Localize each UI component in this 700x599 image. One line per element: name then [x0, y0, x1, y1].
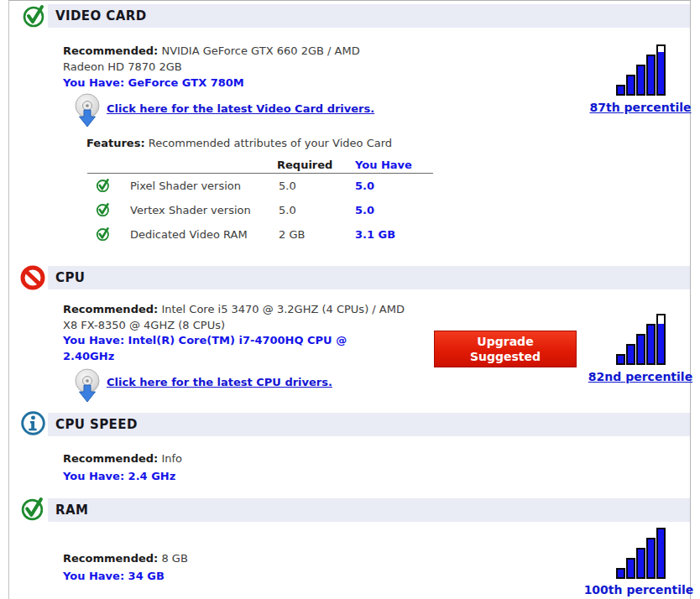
you-have-line: You Have: GeForce GTX 780M [63, 75, 424, 91]
percentile-bar [656, 314, 666, 365]
percentile-bar [646, 55, 656, 96]
upgrade-suggested-label: Upgrade Suggested [465, 334, 546, 364]
recommended-value: Info [161, 452, 182, 465]
recommended-line: Recommended: Intel Core i5 3470 @ 3.2GHZ… [63, 301, 415, 333]
feature-name: Dedicated Video RAM [130, 228, 248, 241]
pass-check-icon [22, 3, 47, 29]
video-card-driver-link[interactable]: Click here for the latest Video Card dri… [107, 101, 374, 117]
percentile-link-cpu[interactable]: 82nd percentile [579, 370, 700, 383]
upgrade-suggested-button[interactable]: Upgrade Suggested [434, 331, 577, 367]
feature-you-have: 3.1 GB [355, 228, 395, 241]
section-title: VIDEO CARD [48, 4, 690, 23]
feature-you-have: 5.0 [355, 204, 374, 216]
you-have-value: 2.4 GHz [128, 470, 176, 482]
percentile-bar-fill [658, 529, 664, 577]
percentile-bar [616, 354, 625, 365]
section-header-cpu: CPU [48, 266, 690, 289]
pass-check-icon [96, 202, 111, 217]
percentile-bar [646, 538, 656, 579]
feature-name: Pixel Shader version [130, 180, 241, 192]
feature-name: Vertex Shader version [130, 204, 251, 216]
pass-check-icon [96, 227, 111, 242]
percentile-bar [636, 548, 645, 579]
section-header-cpu-speed: CPU SPEED [48, 413, 690, 436]
left-border [8, 0, 9, 599]
features-line: Features: Recommended attributes of your… [86, 135, 456, 151]
percentile-bar-fill [658, 52, 664, 94]
you-have-value: GeForce GTX 780M [128, 76, 244, 89]
recommended-line: Recommended: Info [63, 451, 415, 466]
fail-no-icon [20, 265, 45, 290]
recommended-label: Recommended: [63, 552, 158, 565]
percentile-bar [656, 528, 666, 579]
feature-required: 2 GB [279, 228, 305, 241]
you-have-label: You Have: [63, 334, 124, 346]
recommended-line: Recommended: NVIDIA GeForce GTX 660 2GB … [63, 43, 399, 75]
percentile-bar [616, 568, 625, 579]
percentile-bar [656, 44, 666, 96]
top-border [8, 0, 691, 1]
percentile-link-video-card[interactable]: 87th percentile [579, 101, 700, 114]
you-have-value: 34 GB [128, 570, 165, 582]
system-requirements-panel: VIDEO CARD Recommended: NVIDIA GeForce G… [0, 0, 700, 599]
percentile-chart-cpu [616, 311, 666, 365]
recommended-label: Recommended: [63, 303, 158, 315]
you-have-label: You Have: [63, 570, 124, 582]
you-have-line: You Have: 2.4 GHz [63, 468, 415, 484]
percentile-bar [626, 558, 635, 579]
you-have-line: You Have: 34 GB [63, 568, 415, 584]
you-have-label: You Have: [63, 470, 124, 482]
features-description: Recommended attributes of your Video Car… [149, 137, 392, 149]
you-have-label: You Have: [63, 76, 124, 89]
section-title: CPU SPEED [48, 413, 690, 432]
percentile-chart-ram [616, 525, 666, 579]
section-header-video-card: VIDEO CARD [48, 4, 690, 28]
percentile-bar [626, 344, 635, 365]
cpu-driver-link[interactable]: Click here for the latest CPU drivers. [107, 374, 332, 390]
driver-download-icon[interactable] [71, 367, 105, 406]
column-header-required: Required [277, 159, 332, 171]
percentile-chart-video-card [616, 42, 666, 96]
feature-you-have: 5.0 [355, 180, 374, 192]
percentile-bar [646, 324, 656, 365]
table-header-rule [87, 173, 433, 174]
right-border [690, 0, 691, 599]
feature-required: 5.0 [279, 204, 296, 216]
percentile-bar [626, 75, 635, 96]
column-header-you-have: You Have [355, 159, 412, 171]
percentile-bar [636, 65, 645, 96]
pass-check-icon [96, 178, 111, 193]
section-title: RAM [48, 498, 690, 518]
recommended-label: Recommended: [63, 452, 158, 465]
percentile-bar [636, 334, 645, 365]
recommended-value: 8 GB [161, 552, 187, 565]
features-label: Features: [86, 137, 145, 149]
percentile-bar [616, 85, 625, 96]
driver-download-icon[interactable] [71, 92, 105, 131]
pass-check-icon [20, 496, 46, 522]
section-title: CPU [48, 266, 690, 285]
info-icon [20, 410, 46, 436]
section-header-ram: RAM [48, 498, 690, 522]
feature-required: 5.0 [279, 180, 296, 192]
you-have-line: You Have: Intel(R) Core(TM) i7-4700HQ CP… [63, 332, 390, 364]
recommended-label: Recommended: [63, 44, 158, 57]
percentile-bar-fill [658, 324, 664, 363]
recommended-line: Recommended: 8 GB [63, 550, 415, 566]
percentile-link-ram[interactable]: 100th percentile [577, 583, 700, 596]
